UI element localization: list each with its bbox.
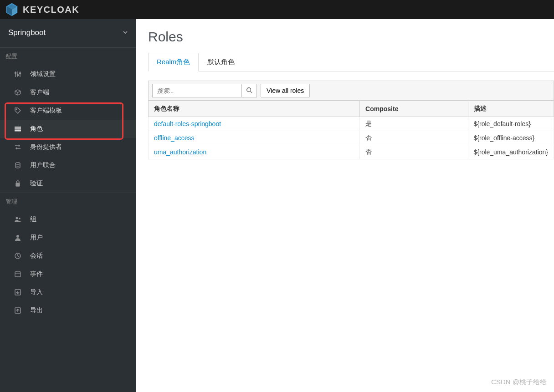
svg-point-9 [20,73,21,74]
cube-icon [14,88,22,97]
composite-cell: 否 [360,145,468,159]
topbar: KEYCLOAK [0,0,554,19]
main-content: Roles Realm角色默认角色 View all roles 角色名称Com… [136,19,554,392]
search-icon [246,87,252,95]
sidebar-manage-item-3[interactable]: 事件 [0,265,136,283]
svg-point-17 [16,217,18,219]
nav-label: 会话 [30,252,43,260]
sidebar-config-item-1[interactable]: 客户端 [0,83,136,102]
tag-icon [14,107,22,115]
svg-line-28 [251,91,252,93]
role-name-link[interactable]: offline_access [154,134,194,142]
tab-0[interactable]: Realm角色 [148,53,199,71]
realm-name: Springboot [8,28,46,37]
table-row: offline_access否${role_offline-access} [149,131,554,145]
view-all-roles-button[interactable]: View all roles [261,84,310,97]
table-toolbar: View all roles [148,81,554,101]
sidebar-manage-item-0[interactable]: 组 [0,210,136,229]
sidebar-section-manage: 管理 [0,193,136,210]
lock-icon [14,179,22,188]
svg-rect-13 [15,128,21,130]
nav-label: 导出 [30,306,43,315]
column-header[interactable]: 角色名称 [149,101,360,117]
user-icon [14,234,22,242]
column-header[interactable]: 描述 [468,101,554,117]
tabs: Realm角色默认角色 [148,53,554,71]
description-cell: ${role_uma_authorization} [468,145,554,159]
calendar-icon [14,270,22,278]
clock-icon [14,252,22,260]
sidebar-config-item-6[interactable]: 验证 [0,174,136,193]
description-cell: ${role_default-roles} [468,117,554,131]
sidebar-config-item-4[interactable]: 身份提供者 [0,138,136,156]
composite-cell: 是 [360,117,468,131]
search-input[interactable] [152,84,241,97]
sidebar-manage-item-5[interactable]: 导出 [0,301,136,320]
svg-point-7 [15,72,16,74]
export-icon [14,306,22,315]
brand-text: KEYCLOAK [23,5,79,15]
svg-point-11 [16,109,17,110]
nav-label: 组 [30,215,36,224]
sidebar-manage-item-2[interactable]: 会话 [0,247,136,265]
svg-point-19 [16,235,19,238]
search-button[interactable] [241,84,257,97]
description-cell: ${role_offline-access} [468,131,554,145]
svg-point-8 [17,75,19,76]
table-row: uma_authorization否${role_uma_authorizati… [149,145,554,159]
nav-label: 用户 [30,234,43,242]
page-title: Roles [148,29,554,45]
svg-rect-14 [15,130,21,132]
nav-label: 角色 [30,125,43,133]
nav-label: 客户端 [30,88,49,97]
composite-cell: 否 [360,131,468,145]
role-name-link[interactable]: default-roles-springboot [154,120,221,127]
sidebar-section-config: 配置 [0,47,136,65]
svg-point-18 [19,218,21,219]
nav-label: 导入 [30,288,43,296]
sidebar-config-item-5[interactable]: 用户联合 [0,156,136,174]
svg-point-15 [15,163,20,164]
sliders-icon [14,70,22,78]
role-name-link[interactable]: uma_authorization [154,148,206,156]
sidebar-config-item-3[interactable]: 角色 [0,120,136,138]
list-icon [14,125,22,133]
svg-rect-21 [15,272,21,277]
column-header[interactable]: Composite [360,101,468,117]
sidebar: Springboot 配置 领域设置客户端客户端模板角色身份提供者用户联合验证 … [0,19,136,392]
keycloak-hex-icon [5,2,19,17]
svg-rect-12 [15,127,21,128]
tab-1[interactable]: 默认角色 [199,53,243,71]
nav-label: 验证 [30,179,43,188]
sidebar-manage-item-1[interactable]: 用户 [0,229,136,247]
exchange-icon [14,143,22,151]
nav-label: 身份提供者 [30,143,62,151]
roles-table: 角色名称Composite描述 default-roles-springboot… [148,101,554,159]
svg-point-27 [247,87,251,92]
users-icon [14,215,22,224]
chevron-down-icon [123,30,128,36]
sidebar-manage-item-4[interactable]: 导入 [0,283,136,301]
nav-label: 领域设置 [30,70,56,78]
import-icon [14,288,22,296]
brand-logo[interactable]: KEYCLOAK [5,2,79,17]
sidebar-config-item-0[interactable]: 领域设置 [0,65,136,83]
svg-rect-16 [16,183,20,186]
database-icon [14,161,22,169]
nav-label: 客户端模板 [30,107,62,115]
nav-label: 用户联合 [30,161,56,169]
sidebar-config-item-2[interactable]: 客户端模板 [0,102,136,120]
realm-selector[interactable]: Springboot [0,19,136,47]
sidebar-manage-list: 组用户会话事件导入导出 [0,210,136,320]
table-row: default-roles-springboot是${role_default-… [149,117,554,131]
sidebar-config-list: 领域设置客户端客户端模板角色身份提供者用户联合验证 [0,65,136,193]
nav-label: 事件 [30,270,43,278]
